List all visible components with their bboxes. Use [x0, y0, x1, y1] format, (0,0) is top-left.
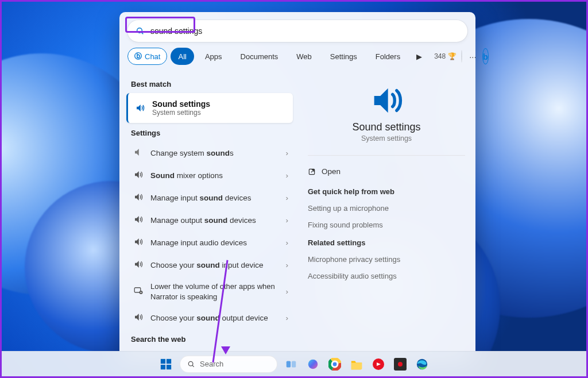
bing-button[interactable]: b [482, 48, 489, 64]
preview-subtitle: System settings [361, 134, 412, 142]
svg-rect-8 [167, 358, 171, 363]
filter-all-label: All [178, 52, 186, 61]
taskbar-app-dark[interactable] [392, 356, 408, 372]
taskbar-search[interactable]: Search [180, 356, 277, 373]
chevron-right-icon: › [286, 216, 289, 225]
play-icon: ▶ [416, 52, 422, 61]
rewards-badge[interactable]: 348 🏆 [434, 52, 457, 60]
open-label: Open [322, 167, 341, 176]
svg-rect-7 [161, 358, 165, 363]
web-header: Search the web [122, 329, 297, 348]
divider [308, 155, 465, 156]
settings-result-item[interactable]: Manage input audio devices› [122, 232, 297, 254]
open-action[interactable]: Open [308, 165, 341, 184]
quick-help-link[interactable]: Fixing sound problems [308, 221, 383, 229]
search-input[interactable]: sound settings [127, 20, 467, 42]
result-label: Manage output sound devices [150, 216, 279, 225]
settings-result-item[interactable]: Manage input sound devices› [122, 187, 297, 209]
chevron-right-icon: › [286, 261, 289, 269]
user-avatar[interactable] [461, 50, 462, 63]
settings-result-item[interactable]: Choose your sound input device› [122, 254, 297, 276]
result-label: Lower the volume of other apps when Narr… [150, 281, 279, 302]
taskbar-explorer[interactable] [349, 356, 365, 372]
svg-point-15 [308, 359, 318, 369]
chevron-right-icon: › [286, 171, 289, 180]
bing-chat-icon: ⓑ [134, 51, 142, 61]
filter-folders[interactable]: Folders [368, 48, 408, 65]
chevron-right-icon: › [286, 238, 289, 247]
settings-result-item[interactable]: Lower the volume of other apps when Narr… [122, 276, 297, 307]
taskview-icon [285, 358, 297, 371]
result-label: Manage input audio devices [150, 238, 279, 247]
chevron-right-icon: › [286, 287, 289, 296]
app-icon [394, 358, 407, 371]
bing-icon: b [483, 52, 488, 61]
speaker-icon [133, 237, 144, 249]
related-link[interactable]: Accessibility audio settings [308, 272, 397, 280]
svg-line-12 [192, 365, 194, 367]
settings-result-item[interactable]: Choose your sound output device› [122, 307, 297, 329]
quick-help-link[interactable]: Setting up a microphone [308, 204, 389, 213]
trophy-icon: 🏆 [448, 52, 457, 60]
result-label: Sound mixer options [150, 171, 279, 180]
rewards-points: 348 [434, 52, 446, 60]
preview-column: Sound settings System settings Open Get … [297, 72, 475, 358]
result-label: Choose your sound output device [150, 314, 279, 322]
best-match-item[interactable]: Sound settings System settings [126, 93, 293, 123]
result-label: Choose your sound input device [150, 261, 279, 269]
filter-all[interactable]: All [171, 48, 194, 65]
svg-line-1 [141, 32, 143, 34]
related-link[interactable]: Microphone privacy settings [308, 255, 400, 264]
settings-result-item[interactable]: Sound mixer options› [122, 164, 297, 187]
app-icon [372, 358, 385, 371]
start-button[interactable] [158, 356, 174, 372]
svg-rect-10 [167, 364, 171, 369]
svg-point-11 [188, 361, 193, 366]
taskbar-app-red[interactable] [370, 356, 386, 372]
taskbar-edge[interactable] [414, 356, 430, 372]
results-column: Best match Sound settings System setting… [119, 72, 297, 358]
taskbar-search-placeholder: Search [200, 360, 223, 368]
speaker-icon [133, 192, 144, 204]
filter-documents-label: Documents [241, 52, 278, 61]
filter-settings-label: Settings [330, 52, 357, 61]
speaker-icon [135, 102, 145, 114]
search-panel: sound settings ⓑ Chat All Apps Documents… [119, 12, 475, 358]
svg-point-23 [398, 362, 403, 367]
filter-folders-label: Folders [376, 52, 400, 61]
taskbar-copilot[interactable] [305, 356, 321, 372]
filter-web[interactable]: Web [289, 48, 319, 65]
settings-result-item[interactable]: Manage output sound devices› [122, 209, 297, 232]
filter-apps[interactable]: Apps [198, 48, 230, 65]
chevron-right-icon: › [286, 314, 289, 322]
search-query-text: sound settings [150, 26, 202, 36]
svg-rect-13 [287, 361, 291, 367]
overflow-menu[interactable]: ··· [467, 52, 479, 61]
open-icon [308, 168, 316, 176]
search-icon [136, 26, 145, 36]
settings-header: Settings [122, 123, 297, 142]
speaker-icon [133, 312, 144, 324]
search-icon [187, 360, 195, 368]
settings-result-item[interactable]: Change system sounds› [122, 142, 297, 164]
result-label: Change system sounds [150, 149, 279, 157]
svg-point-0 [137, 28, 142, 33]
filter-more[interactable]: ▶ [411, 48, 427, 65]
chat-pill[interactable]: ⓑ Chat [127, 48, 167, 65]
folder-icon [350, 358, 363, 370]
speaker-icon [133, 147, 144, 159]
speaker-icon [133, 169, 144, 182]
taskbar-taskview[interactable] [283, 356, 299, 372]
filter-web-label: Web [296, 52, 312, 61]
windows-icon [160, 358, 172, 371]
svg-rect-9 [161, 364, 165, 369]
chevron-right-icon: › [286, 194, 289, 202]
filter-settings[interactable]: Settings [323, 48, 365, 65]
best-match-title: Sound settings [152, 99, 210, 109]
annotation-arrow-head [221, 346, 230, 354]
svg-point-20 [332, 361, 337, 366]
filter-apps-label: Apps [205, 52, 222, 61]
preview-title: Sound settings [352, 121, 420, 133]
taskbar-chrome[interactable] [327, 356, 343, 372]
filter-documents[interactable]: Documents [233, 48, 286, 65]
